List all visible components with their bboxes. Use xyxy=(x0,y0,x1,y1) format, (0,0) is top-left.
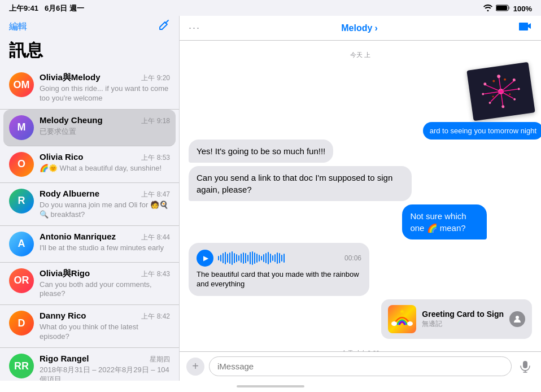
waveform xyxy=(218,251,340,265)
waveform-bar xyxy=(245,253,246,263)
conversation-top: Melody Cheung 上午 9:18 xyxy=(40,115,170,126)
waveform-bar xyxy=(241,254,242,263)
photo-sticker-row: ard to seeing you tomorrow night xyxy=(189,66,532,134)
greeting-card-thumbnail xyxy=(388,305,416,333)
microphone-button[interactable] xyxy=(516,358,534,376)
waveform-bar xyxy=(229,252,230,264)
audio-message-row: ▶ 00:06 The beautiful card that you made… xyxy=(189,243,532,296)
avatar: M xyxy=(9,115,34,140)
waveform-bar xyxy=(283,254,285,263)
waveform-bar xyxy=(274,254,276,262)
status-time: 上午9:41 xyxy=(9,4,38,12)
conversation-item[interactable]: O Olivia Rico 上午 8:53 🌈🌞 What a beautifu… xyxy=(0,146,179,183)
waveform-bar xyxy=(243,252,244,264)
svg-point-27 xyxy=(407,321,413,326)
status-bar: 上午9:41 6月6日 週一 100% xyxy=(0,0,541,16)
audio-caption: The beautiful card that you made with th… xyxy=(197,270,361,289)
message-input[interactable] xyxy=(209,356,512,376)
status-date: 6月6日 週一 xyxy=(45,4,84,12)
conversation-item[interactable]: RR Rigo Rangel 星期四 2018年8月31日 – 2022年8月2… xyxy=(0,348,179,381)
conversation-top: Rody Albuerne 上午 8:47 xyxy=(40,189,170,199)
conversation-preview: 已要求位置 xyxy=(40,127,170,137)
chat-input-bar: + xyxy=(180,351,541,381)
conversation-item[interactable]: D Danny Rico 上午 8:42 What do you think o… xyxy=(0,305,179,348)
svg-point-20 xyxy=(501,105,505,108)
waveform-bar xyxy=(252,251,253,265)
waveform-bar xyxy=(265,253,267,263)
sidebar-title: 訊息 xyxy=(0,37,179,67)
conversation-item[interactable]: A Antonio Manriquez 上午 8:44 I'll be at t… xyxy=(0,226,179,263)
conversation-content: Antonio Manriquez 上午 8:44 I'll be at the… xyxy=(40,232,170,253)
bubble-wrapper: Not sure which one 🌈 mean? xyxy=(402,204,532,239)
conversation-top: Olivia Rico 上午 8:53 xyxy=(40,152,170,163)
conversation-preview: Going on this ride... if you want to com… xyxy=(40,84,170,103)
waveform-bar xyxy=(279,253,280,263)
add-attachment-button[interactable]: + xyxy=(186,358,204,376)
status-icons: 100% xyxy=(483,5,532,13)
conversation-content: Rody Albuerne 上午 8:47 Do you wanna join … xyxy=(40,189,170,220)
video-call-button[interactable] xyxy=(518,21,532,34)
waveform-bar xyxy=(238,255,239,261)
chat-area: ··· Melody › 今天 上 xyxy=(180,16,541,381)
avatar: OR xyxy=(9,268,34,293)
conversation-time: 上午 8:44 xyxy=(141,233,170,242)
conversation-time: 上午 9:20 xyxy=(141,73,170,83)
avatar: O xyxy=(9,152,34,177)
svg-point-21 xyxy=(492,80,495,82)
svg-point-24 xyxy=(509,93,511,95)
battery-icon xyxy=(496,5,510,13)
conversation-item[interactable]: R Rody Albuerne 上午 8:47 Do you wanna joi… xyxy=(0,183,179,226)
waveform-bar xyxy=(277,252,278,264)
bubble-notsure: Not sure which one 🌈 mean? xyxy=(402,204,486,239)
conversation-name: Melody Cheung xyxy=(40,115,103,125)
play-button[interactable]: ▶ xyxy=(197,250,213,267)
conversation-preview: 🌈🌞 What a beautiful day, sunshine! xyxy=(40,164,170,173)
svg-point-13 xyxy=(497,75,501,79)
avatar: D xyxy=(9,311,34,336)
conversation-item[interactable]: OR Olivia與Rigo 上午 8:43 Can you both add … xyxy=(0,263,179,306)
play-icon: ▶ xyxy=(203,254,208,262)
greeting-card-row: Greeting Card to Sign 無邊記 xyxy=(189,299,532,339)
svg-rect-1 xyxy=(508,6,509,9)
conversation-list[interactable]: OM Olivia與Melody 上午 9:20 Going on this r… xyxy=(0,67,179,381)
avatar: RR xyxy=(9,354,34,378)
contact-name[interactable]: Melody › xyxy=(341,23,377,33)
waveform-bar xyxy=(256,254,258,263)
conversation-preview: Can you both add your comments, please? xyxy=(40,280,170,299)
conversation-name: Olivia與Rigo xyxy=(40,268,90,279)
conversation-name: Olivia Rico xyxy=(40,152,84,162)
waveform-bar xyxy=(220,255,221,262)
conversation-content: Olivia Rico 上午 8:53 🌈🌞 What a beautiful … xyxy=(40,152,170,173)
waveform-bar xyxy=(247,255,248,262)
compose-button[interactable] xyxy=(158,19,170,34)
svg-rect-2 xyxy=(496,6,507,10)
svg-rect-29 xyxy=(523,361,527,368)
edit-button[interactable]: 編輯 xyxy=(9,21,27,33)
greeting-card-title: Greeting Card to Sign xyxy=(422,310,504,319)
waveform-bar xyxy=(281,255,282,262)
greeting-card-info: Greeting Card to Sign 無邊記 xyxy=(422,310,504,329)
conversation-item[interactable]: M Melody Cheung 上午 9:18 已要求位置 xyxy=(3,110,176,146)
bubble-fun: Yes! It's going to be so much fun!!! xyxy=(189,140,333,163)
waveform-bar xyxy=(261,256,262,260)
conversation-content: Olivia與Rigo 上午 8:43 Can you both add you… xyxy=(40,268,170,299)
chat-header: ··· Melody › xyxy=(180,16,541,41)
svg-point-28 xyxy=(516,316,519,319)
greeting-card-bubble: Greeting Card to Sign 無邊記 xyxy=(381,299,532,339)
svg-point-26 xyxy=(391,321,397,326)
conversation-item[interactable]: OM Olivia與Melody 上午 9:20 Going on this r… xyxy=(0,67,179,110)
message-row: Can you send a link to that doc I'm supp… xyxy=(189,166,532,201)
location-notice: 今天 上午9:09 ↗ 你開始與Melody Cheung 分享位置。 xyxy=(189,346,532,351)
chevron-right-icon: › xyxy=(374,23,377,33)
conversation-name: Rody Albuerne xyxy=(40,189,99,198)
message-row: Not sure which one 🌈 mean? xyxy=(189,204,532,239)
greeting-card-subtitle: 無邊記 xyxy=(422,319,504,329)
photo-sticker-image xyxy=(466,62,535,121)
conversation-time: 上午 8:42 xyxy=(141,312,170,321)
wifi-icon xyxy=(483,5,492,13)
svg-point-17 xyxy=(513,98,516,101)
waveform-bar xyxy=(268,252,269,264)
conversation-time: 上午 8:53 xyxy=(141,153,170,163)
waveform-bar xyxy=(222,253,224,263)
bubble-link: Can you send a link to that doc I'm supp… xyxy=(189,166,412,201)
